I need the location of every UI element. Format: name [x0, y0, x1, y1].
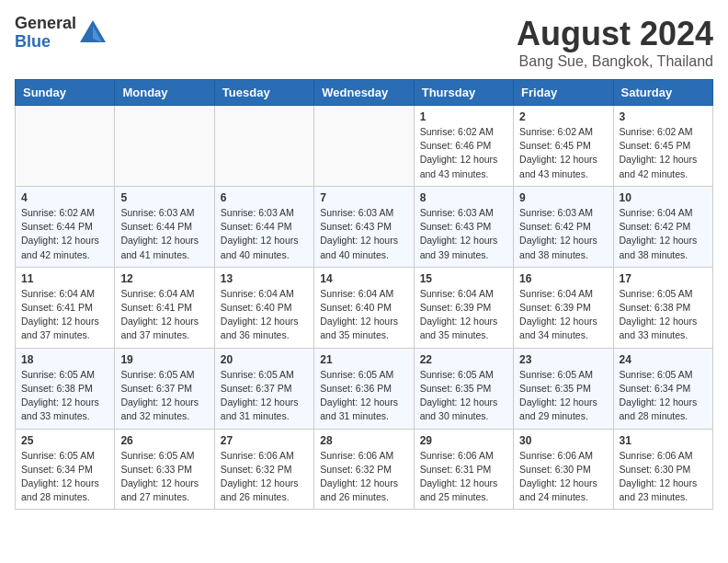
calendar-day [314, 106, 414, 187]
logo-blue: Blue [15, 33, 76, 52]
calendar-week-row: 11Sunrise: 6:04 AM Sunset: 6:41 PM Dayli… [16, 267, 713, 348]
day-info: Sunrise: 6:06 AM Sunset: 6:30 PM Dayligh… [620, 449, 707, 505]
calendar-day: 3Sunrise: 6:02 AM Sunset: 6:45 PM Daylig… [613, 106, 712, 187]
subtitle: Bang Sue, Bangkok, Thailand [517, 53, 713, 70]
day-info: Sunrise: 6:04 AM Sunset: 6:41 PM Dayligh… [120, 287, 208, 343]
calendar-day [214, 106, 313, 187]
day-number: 14 [320, 272, 407, 285]
day-info: Sunrise: 6:05 AM Sunset: 6:35 PM Dayligh… [519, 368, 607, 424]
day-number: 18 [21, 353, 108, 366]
calendar-day: 6Sunrise: 6:03 AM Sunset: 6:44 PM Daylig… [214, 186, 313, 267]
calendar-day: 23Sunrise: 6:05 AM Sunset: 6:35 PM Dayli… [514, 348, 613, 429]
calendar-day: 13Sunrise: 6:04 AM Sunset: 6:40 PM Dayli… [214, 267, 313, 348]
day-info: Sunrise: 6:06 AM Sunset: 6:32 PM Dayligh… [221, 449, 308, 505]
day-number: 8 [420, 191, 507, 204]
day-info: Sunrise: 6:06 AM Sunset: 6:30 PM Dayligh… [519, 449, 607, 505]
calendar-day [115, 106, 214, 187]
day-number: 29 [420, 434, 507, 447]
calendar-day: 16Sunrise: 6:04 AM Sunset: 6:39 PM Dayli… [514, 267, 613, 348]
day-number: 7 [320, 191, 407, 204]
weekday-header-saturday: Saturday [613, 80, 712, 106]
day-number: 27 [221, 434, 308, 447]
calendar-day: 7Sunrise: 6:03 AM Sunset: 6:43 PM Daylig… [314, 186, 414, 267]
logo: General Blue [15, 15, 109, 52]
day-number: 5 [120, 191, 208, 204]
weekday-header-tuesday: Tuesday [214, 80, 313, 106]
day-number: 16 [519, 272, 607, 285]
day-info: Sunrise: 6:05 AM Sunset: 6:33 PM Dayligh… [120, 449, 208, 505]
day-info: Sunrise: 6:03 AM Sunset: 6:44 PM Dayligh… [221, 206, 308, 262]
day-number: 4 [21, 191, 108, 204]
main-title: August 2024 [517, 15, 713, 53]
day-number: 31 [620, 434, 707, 447]
calendar-day: 29Sunrise: 6:06 AM Sunset: 6:31 PM Dayli… [414, 429, 513, 510]
calendar-day: 31Sunrise: 6:06 AM Sunset: 6:30 PM Dayli… [613, 429, 712, 510]
calendar-day: 8Sunrise: 6:03 AM Sunset: 6:43 PM Daylig… [414, 186, 513, 267]
calendar-day: 15Sunrise: 6:04 AM Sunset: 6:39 PM Dayli… [414, 267, 513, 348]
calendar-day: 17Sunrise: 6:05 AM Sunset: 6:38 PM Dayli… [613, 267, 712, 348]
calendar-day: 10Sunrise: 6:04 AM Sunset: 6:42 PM Dayli… [613, 186, 712, 267]
day-info: Sunrise: 6:03 AM Sunset: 6:43 PM Dayligh… [320, 206, 407, 262]
calendar-week-row: 18Sunrise: 6:05 AM Sunset: 6:38 PM Dayli… [16, 348, 713, 429]
day-info: Sunrise: 6:06 AM Sunset: 6:31 PM Dayligh… [420, 449, 507, 505]
day-info: Sunrise: 6:05 AM Sunset: 6:37 PM Dayligh… [120, 368, 208, 424]
day-number: 6 [221, 191, 308, 204]
weekday-header-monday: Monday [115, 80, 214, 106]
day-number: 1 [420, 110, 507, 123]
calendar-day: 2Sunrise: 6:02 AM Sunset: 6:45 PM Daylig… [514, 106, 613, 187]
day-number: 12 [120, 272, 208, 285]
calendar-day: 21Sunrise: 6:05 AM Sunset: 6:36 PM Dayli… [314, 348, 414, 429]
day-number: 15 [420, 272, 507, 285]
day-info: Sunrise: 6:05 AM Sunset: 6:38 PM Dayligh… [21, 368, 108, 424]
day-number: 19 [120, 353, 208, 366]
logo-text: General Blue [15, 15, 76, 52]
calendar-week-row: 25Sunrise: 6:05 AM Sunset: 6:34 PM Dayli… [16, 429, 713, 510]
weekday-header-thursday: Thursday [414, 80, 513, 106]
day-info: Sunrise: 6:05 AM Sunset: 6:35 PM Dayligh… [420, 368, 507, 424]
calendar-day: 9Sunrise: 6:03 AM Sunset: 6:42 PM Daylig… [514, 186, 613, 267]
day-info: Sunrise: 6:04 AM Sunset: 6:41 PM Dayligh… [21, 287, 108, 343]
day-info: Sunrise: 6:03 AM Sunset: 6:42 PM Dayligh… [519, 206, 607, 262]
calendar-table: SundayMondayTuesdayWednesdayThursdayFrid… [15, 79, 713, 510]
day-info: Sunrise: 6:03 AM Sunset: 6:43 PM Dayligh… [420, 206, 507, 262]
logo-general: General [15, 15, 76, 33]
calendar-day [16, 106, 115, 187]
day-info: Sunrise: 6:05 AM Sunset: 6:34 PM Dayligh… [620, 368, 707, 424]
calendar-day: 26Sunrise: 6:05 AM Sunset: 6:33 PM Dayli… [115, 429, 214, 510]
day-number: 10 [620, 191, 707, 204]
calendar-day: 11Sunrise: 6:04 AM Sunset: 6:41 PM Dayli… [16, 267, 115, 348]
day-info: Sunrise: 6:02 AM Sunset: 6:45 PM Dayligh… [620, 125, 707, 181]
day-number: 30 [519, 434, 607, 447]
day-number: 20 [221, 353, 308, 366]
day-info: Sunrise: 6:05 AM Sunset: 6:37 PM Dayligh… [221, 368, 308, 424]
day-info: Sunrise: 6:02 AM Sunset: 6:44 PM Dayligh… [21, 206, 108, 262]
weekday-header-friday: Friday [514, 80, 613, 106]
calendar-day: 18Sunrise: 6:05 AM Sunset: 6:38 PM Dayli… [16, 348, 115, 429]
day-number: 21 [320, 353, 407, 366]
calendar-header-row: SundayMondayTuesdayWednesdayThursdayFrid… [16, 80, 713, 106]
calendar-week-row: 4Sunrise: 6:02 AM Sunset: 6:44 PM Daylig… [16, 186, 713, 267]
day-number: 26 [120, 434, 208, 447]
day-info: Sunrise: 6:05 AM Sunset: 6:36 PM Dayligh… [320, 368, 407, 424]
weekday-header-wednesday: Wednesday [314, 80, 414, 106]
calendar-day: 28Sunrise: 6:06 AM Sunset: 6:32 PM Dayli… [314, 429, 414, 510]
day-info: Sunrise: 6:05 AM Sunset: 6:38 PM Dayligh… [620, 287, 707, 343]
calendar-week-row: 1Sunrise: 6:02 AM Sunset: 6:46 PM Daylig… [16, 106, 713, 187]
calendar-day: 25Sunrise: 6:05 AM Sunset: 6:34 PM Dayli… [16, 429, 115, 510]
day-number: 28 [320, 434, 407, 447]
calendar-day: 27Sunrise: 6:06 AM Sunset: 6:32 PM Dayli… [214, 429, 313, 510]
day-info: Sunrise: 6:02 AM Sunset: 6:46 PM Dayligh… [420, 125, 507, 181]
calendar-day: 30Sunrise: 6:06 AM Sunset: 6:30 PM Dayli… [514, 429, 613, 510]
calendar-day: 12Sunrise: 6:04 AM Sunset: 6:41 PM Dayli… [115, 267, 214, 348]
day-info: Sunrise: 6:04 AM Sunset: 6:40 PM Dayligh… [221, 287, 308, 343]
day-number: 23 [519, 353, 607, 366]
calendar-day: 19Sunrise: 6:05 AM Sunset: 6:37 PM Dayli… [115, 348, 214, 429]
day-number: 9 [519, 191, 607, 204]
calendar-day: 14Sunrise: 6:04 AM Sunset: 6:40 PM Dayli… [314, 267, 414, 348]
day-number: 17 [620, 272, 707, 285]
day-info: Sunrise: 6:04 AM Sunset: 6:39 PM Dayligh… [519, 287, 607, 343]
day-number: 2 [519, 110, 607, 123]
day-info: Sunrise: 6:05 AM Sunset: 6:34 PM Dayligh… [21, 449, 108, 505]
weekday-header-sunday: Sunday [16, 80, 115, 106]
logo-icon [76, 17, 109, 50]
